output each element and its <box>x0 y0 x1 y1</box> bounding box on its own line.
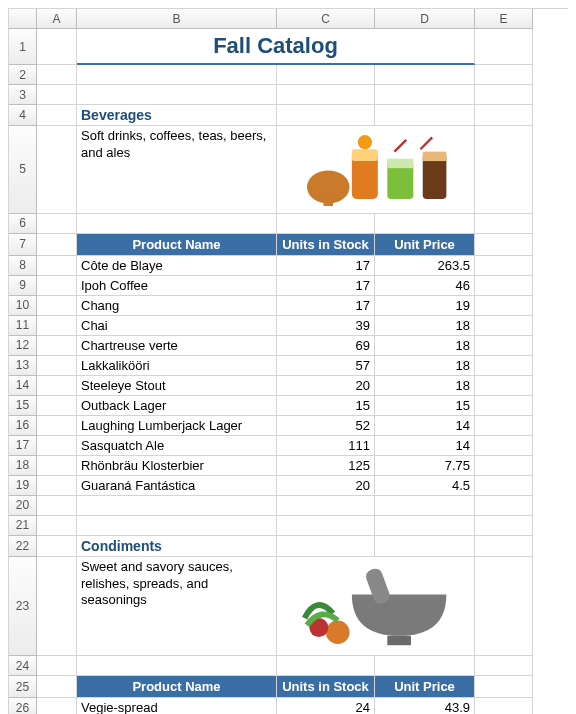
row-header-7[interactable]: 7 <box>9 234 37 256</box>
price-cell[interactable]: 18 <box>375 336 475 356</box>
cell[interactable] <box>475 557 533 657</box>
cell[interactable] <box>375 496 475 516</box>
cell[interactable] <box>277 65 375 85</box>
product-name-cell[interactable]: Lakkalikööri <box>77 356 277 376</box>
cell[interactable] <box>277 85 375 105</box>
price-cell[interactable]: 18 <box>375 356 475 376</box>
units-cell[interactable]: 17 <box>277 256 375 276</box>
units-cell[interactable]: 52 <box>277 416 375 436</box>
select-all-corner[interactable] <box>9 9 37 29</box>
price-cell[interactable]: 46 <box>375 276 475 296</box>
cell[interactable] <box>375 516 475 536</box>
product-name-cell[interactable]: Chartreuse verte <box>77 336 277 356</box>
product-name-cell[interactable]: Chang <box>77 296 277 316</box>
cell[interactable] <box>37 105 77 126</box>
product-name-cell[interactable]: Vegie-spread <box>77 698 277 714</box>
cell[interactable] <box>475 296 533 316</box>
units-cell[interactable]: 111 <box>277 436 375 456</box>
cell[interactable] <box>37 516 77 536</box>
cell[interactable] <box>475 29 533 65</box>
cell[interactable] <box>77 656 277 676</box>
cell[interactable] <box>37 336 77 356</box>
units-cell[interactable]: 57 <box>277 356 375 376</box>
cell[interactable] <box>37 676 77 698</box>
product-name-cell[interactable]: Outback Lager <box>77 396 277 416</box>
row-header-5[interactable]: 5 <box>9 126 37 214</box>
cell[interactable] <box>37 256 77 276</box>
row-header-4[interactable]: 4 <box>9 105 37 126</box>
row-header-25[interactable]: 25 <box>9 676 37 698</box>
cell[interactable] <box>277 496 375 516</box>
units-cell[interactable]: 20 <box>277 476 375 496</box>
cell[interactable] <box>77 214 277 234</box>
cell[interactable] <box>475 234 533 256</box>
price-cell[interactable]: 18 <box>375 316 475 336</box>
cell[interactable] <box>277 516 375 536</box>
cell[interactable] <box>37 557 77 657</box>
price-cell[interactable]: 263.5 <box>375 256 475 276</box>
price-cell[interactable]: 14 <box>375 416 475 436</box>
cell[interactable] <box>37 29 77 65</box>
cell[interactable] <box>475 698 533 714</box>
row-header-18[interactable]: 18 <box>9 456 37 476</box>
cell[interactable] <box>475 476 533 496</box>
product-name-cell[interactable]: Ipoh Coffee <box>77 276 277 296</box>
cell[interactable] <box>475 105 533 126</box>
cell[interactable] <box>37 234 77 256</box>
cell[interactable] <box>37 356 77 376</box>
column-header-E[interactable]: E <box>475 9 533 29</box>
cell[interactable] <box>475 516 533 536</box>
row-header-15[interactable]: 15 <box>9 396 37 416</box>
cell[interactable] <box>475 316 533 336</box>
cell[interactable] <box>475 436 533 456</box>
col-unit-price[interactable]: Unit Price <box>375 676 475 698</box>
cell[interactable] <box>475 676 533 698</box>
cell[interactable] <box>277 656 375 676</box>
units-cell[interactable]: 17 <box>277 276 375 296</box>
row-header-6[interactable]: 6 <box>9 214 37 234</box>
units-cell[interactable]: 24 <box>277 698 375 714</box>
cell[interactable] <box>37 85 77 105</box>
cell[interactable] <box>37 456 77 476</box>
cell[interactable] <box>77 516 277 536</box>
cell[interactable] <box>37 496 77 516</box>
units-cell[interactable]: 39 <box>277 316 375 336</box>
column-header-C[interactable]: C <box>277 9 375 29</box>
price-cell[interactable]: 15 <box>375 396 475 416</box>
row-header-23[interactable]: 23 <box>9 557 37 657</box>
cell[interactable] <box>475 65 533 85</box>
row-header-21[interactable]: 21 <box>9 516 37 536</box>
row-header-26[interactable]: 26 <box>9 698 37 714</box>
row-header-1[interactable]: 1 <box>9 29 37 65</box>
col-product-name[interactable]: Product Name <box>77 676 277 698</box>
cell[interactable] <box>475 336 533 356</box>
cell[interactable] <box>37 126 77 214</box>
price-cell[interactable]: 43.9 <box>375 698 475 714</box>
cell[interactable] <box>37 656 77 676</box>
cell[interactable] <box>375 656 475 676</box>
cell[interactable] <box>475 416 533 436</box>
cell[interactable] <box>375 214 475 234</box>
cell[interactable] <box>475 126 533 214</box>
cell[interactable] <box>37 698 77 714</box>
cell[interactable] <box>475 656 533 676</box>
cell[interactable] <box>277 536 375 557</box>
row-header-17[interactable]: 17 <box>9 436 37 456</box>
price-cell[interactable]: 4.5 <box>375 476 475 496</box>
product-name-cell[interactable]: Côte de Blaye <box>77 256 277 276</box>
row-header-13[interactable]: 13 <box>9 356 37 376</box>
price-cell[interactable]: 19 <box>375 296 475 316</box>
units-cell[interactable]: 15 <box>277 396 375 416</box>
price-cell[interactable]: 14 <box>375 436 475 456</box>
cell[interactable] <box>37 476 77 496</box>
cell[interactable] <box>37 436 77 456</box>
cell[interactable] <box>375 536 475 557</box>
cell[interactable] <box>37 296 77 316</box>
cell[interactable] <box>37 396 77 416</box>
units-cell[interactable]: 125 <box>277 456 375 476</box>
cell[interactable] <box>37 276 77 296</box>
cell[interactable] <box>475 276 533 296</box>
cell[interactable] <box>77 85 277 105</box>
units-cell[interactable]: 69 <box>277 336 375 356</box>
col-unit-price[interactable]: Unit Price <box>375 234 475 256</box>
